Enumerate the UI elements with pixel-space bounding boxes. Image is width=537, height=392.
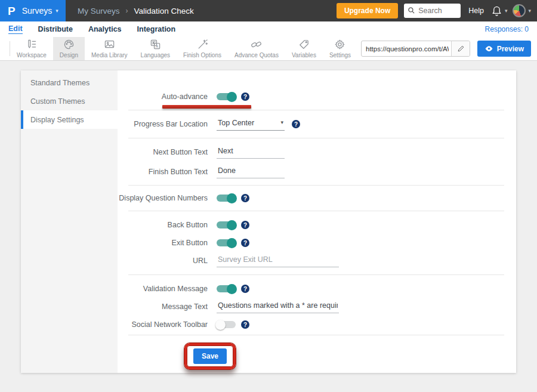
back-button-label: Back Button <box>118 221 208 229</box>
row-validation-message: Validation Message ? <box>118 280 516 298</box>
tab-distribute[interactable]: Distribute <box>38 25 73 33</box>
tab-analytics[interactable]: Analytics <box>88 25 122 33</box>
variables-icon <box>298 39 310 50</box>
edit-url-button[interactable] <box>451 41 470 56</box>
survey-url-input[interactable] <box>362 45 451 53</box>
sidebar-item-standard-themes[interactable]: Standard Themes <box>21 73 118 92</box>
toolbar-item-label: Languages <box>141 52 171 58</box>
edit-toolbar: Workspace Design Media Library A Languag… <box>0 37 537 61</box>
page-background: Standard Themes Custom Themes Display Se… <box>0 61 537 392</box>
settings-icon <box>334 39 345 50</box>
help-icon[interactable]: ? <box>241 92 249 101</box>
toolbar-item-settings[interactable]: Settings <box>323 37 357 60</box>
tab-edit[interactable]: Edit <box>8 24 23 34</box>
row-back-button: Back Button ? <box>118 216 516 234</box>
annotation-red-box: Save <box>184 343 236 369</box>
exit-button-label: Exit Button <box>118 239 208 247</box>
toolbar-item-languages[interactable]: A Languages <box>134 37 177 60</box>
chevron-down-icon: ▾ <box>280 120 283 125</box>
toolbar-item-finish-options[interactable]: Finish Options <box>177 37 228 60</box>
toolbar-item-label: Design <box>60 52 78 58</box>
questionpro-logo: P <box>8 5 16 17</box>
row-next-button-text: Next Button Text <box>118 143 516 161</box>
save-button[interactable]: Save <box>193 348 227 364</box>
chevron-down-icon: ▾ <box>55 8 58 14</box>
progress-bar-location-select[interactable]: Top Center ▾ <box>217 118 285 131</box>
bell-icon <box>491 5 502 17</box>
progress-bar-location-label: Progress Bar Location <box>118 120 208 128</box>
chevron-down-icon: ▾ <box>528 8 531 14</box>
help-icon[interactable]: ? <box>241 194 249 202</box>
exit-button-toggle[interactable] <box>217 239 236 246</box>
toolbar-item-label: Finish Options <box>183 52 221 58</box>
toolbar-item-design[interactable]: Design <box>53 37 85 60</box>
group-question-numbers: Display Question Numbers ? <box>118 186 516 211</box>
eye-icon <box>484 44 493 53</box>
topbar-controls: Upgrade Now Help ▾ ▾ <box>337 3 531 18</box>
display-question-numbers-toggle[interactable] <box>217 195 236 202</box>
exit-url-input[interactable] <box>217 255 339 267</box>
message-text-input[interactable] <box>217 301 339 313</box>
workspace-icon <box>26 39 37 50</box>
product-logo-menu[interactable]: P Surveys ▾ <box>0 0 66 21</box>
advance-quotas-icon <box>251 39 262 50</box>
row-social-network-toolbar: Social Network Toolbar ? <box>118 316 516 334</box>
toolbar-item-label: Variables <box>292 52 316 58</box>
help-icon[interactable]: ? <box>292 120 300 128</box>
back-button-toggle[interactable] <box>217 221 236 229</box>
responses-count[interactable]: Responses: 0 <box>485 25 529 33</box>
toolbar-item-workspace[interactable]: Workspace <box>10 37 53 60</box>
pencil-icon <box>457 45 465 53</box>
toolbar-item-media-library[interactable]: Media Library <box>85 37 134 60</box>
finish-options-icon <box>197 39 208 50</box>
validation-message-toggle[interactable] <box>217 285 236 292</box>
validation-message-label: Validation Message <box>118 285 208 293</box>
tab-integration[interactable]: Integration <box>137 25 176 33</box>
help-icon[interactable]: ? <box>241 221 249 229</box>
finish-button-text-label: Finish Button Text <box>118 168 208 176</box>
exit-url-label: URL <box>118 257 208 265</box>
divider <box>128 335 504 335</box>
toolbar-item-variables[interactable]: Variables <box>285 37 323 60</box>
upgrade-now-button[interactable]: Upgrade Now <box>337 3 398 18</box>
next-button-text-input[interactable] <box>217 146 285 159</box>
breadcrumb-separator-icon: › <box>126 7 128 15</box>
sidebar-item-display-settings[interactable]: Display Settings <box>21 110 118 129</box>
help-icon[interactable]: ? <box>241 239 249 247</box>
help-icon[interactable]: ? <box>241 320 249 329</box>
group-button-text: Next Button Text Finish Button Text <box>118 138 516 185</box>
message-text-label: Message Text <box>118 303 208 311</box>
toolbar-item-advance-quotas[interactable]: Advance Quotas <box>228 37 285 60</box>
social-network-toolbar-toggle[interactable] <box>217 321 236 328</box>
languages-icon: A <box>150 39 161 50</box>
progress-bar-location-value: Top Center <box>218 119 254 127</box>
toolbar-item-label: Media Library <box>91 52 128 58</box>
account-menu[interactable]: ▾ <box>507 4 531 17</box>
settings-form: Auto-advance ? Progress Bar Location Top… <box>118 70 516 373</box>
group-progress-bar: Progress Bar Location Top Center ▾ ? <box>118 110 516 138</box>
finish-button-text-input[interactable] <box>217 166 285 178</box>
breadcrumb-current: Validation Check <box>134 7 194 16</box>
social-network-toolbar-label: Social Network Toolbar <box>118 320 208 329</box>
notifications-bell[interactable]: ▾ <box>491 5 508 17</box>
sidebar-item-custom-themes[interactable]: Custom Themes <box>21 92 118 110</box>
media-library-icon <box>104 39 115 50</box>
next-button-text-label: Next Button Text <box>118 148 208 156</box>
svg-text:A: A <box>156 44 159 48</box>
top-bar: P Surveys ▾ My Surveys › Validation Chec… <box>0 0 537 21</box>
annotation-red-underline <box>162 105 251 109</box>
row-message-text: Message Text <box>118 298 516 316</box>
display-settings-card: Standard Themes Custom Themes Display Se… <box>21 70 516 373</box>
survey-url-box <box>361 41 470 57</box>
row-progress-bar-location: Progress Bar Location Top Center ▾ ? <box>118 115 516 133</box>
design-icon <box>63 39 75 50</box>
help-link[interactable]: Help <box>468 7 484 15</box>
auto-advance-toggle[interactable] <box>217 93 236 100</box>
preview-label: Preview <box>497 45 524 53</box>
surveys-app-menu[interactable]: Surveys ▾ <box>22 6 58 16</box>
breadcrumb-my-surveys[interactable]: My Surveys <box>78 7 120 16</box>
survey-nav-tabs: Edit Distribute Analytics Integration Re… <box>0 21 537 37</box>
preview-button[interactable]: Preview <box>477 41 531 57</box>
help-icon[interactable]: ? <box>241 285 249 293</box>
auto-advance-label: Auto-advance <box>118 92 208 101</box>
